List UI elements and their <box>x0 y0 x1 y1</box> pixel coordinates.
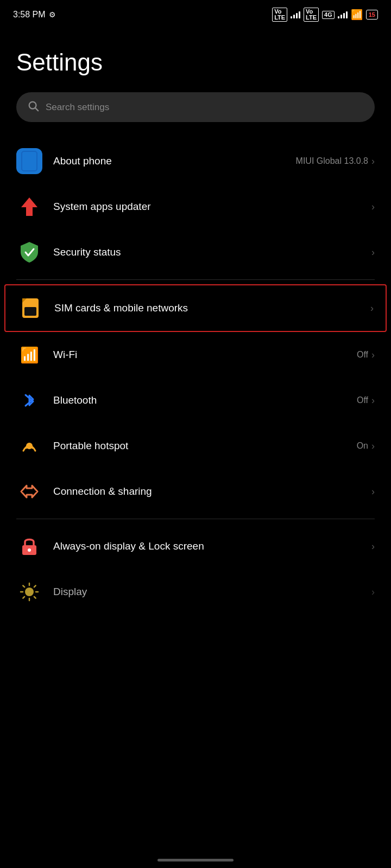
page-title: Settings <box>16 49 375 76</box>
wifi-status-icon: 📶 <box>351 9 363 21</box>
security-status-icon <box>16 239 42 265</box>
security-status-chevron: › <box>371 247 375 258</box>
time-display: 3:58 PM <box>13 10 46 20</box>
status-time: 3:58 PM ⚙ <box>13 10 56 20</box>
svg-line-16 <box>34 597 36 598</box>
lock-icon <box>16 533 42 559</box>
divider-1 <box>16 279 375 280</box>
settings-item-wifi[interactable]: 📶 Wi-Fi Off › <box>0 332 391 378</box>
settings-item-security-status[interactable]: Security status › <box>0 229 391 275</box>
system-apps-label: System apps updater <box>53 201 371 213</box>
sim-cards-chevron: › <box>370 303 374 314</box>
sim-cards-icon <box>17 295 43 321</box>
hotspot-label: Portable hotspot <box>53 440 357 452</box>
settings-list: About phone MIUI Global 13.0.8 › System … <box>0 138 391 615</box>
signal2-bars <box>338 11 348 18</box>
svg-point-9 <box>28 548 31 552</box>
settings-item-bluetooth[interactable]: Bluetooth Off › <box>0 378 391 423</box>
search-bar[interactable]: Search settings <box>16 92 375 122</box>
svg-line-17 <box>34 585 36 587</box>
shield-check-icon <box>19 241 40 264</box>
svg-marker-2 <box>21 197 37 216</box>
connection-symbol-icon <box>19 481 40 502</box>
divider-2 <box>16 519 375 519</box>
hotspot-symbol-icon <box>19 436 40 456</box>
settings-item-connection-sharing[interactable]: Connection & sharing › <box>0 469 391 514</box>
hotspot-content: Portable hotspot <box>53 440 357 452</box>
about-phone-label: About phone <box>53 155 296 167</box>
bluetooth-chevron: › <box>371 395 375 406</box>
about-phone-content: About phone <box>53 155 296 167</box>
bluetooth-symbol-icon <box>21 391 37 410</box>
system-apps-content: System apps updater <box>53 201 371 213</box>
wifi-value: Off <box>357 350 368 360</box>
search-icon <box>27 100 39 114</box>
search-placeholder-text: Search settings <box>46 102 109 113</box>
always-on-display-chevron: › <box>371 541 375 552</box>
security-status-content: Security status <box>53 246 371 258</box>
lock-symbol-icon <box>20 536 39 557</box>
display-icon <box>16 579 42 605</box>
settings-item-hotspot[interactable]: Portable hotspot On › <box>0 423 391 469</box>
volte2-icon: VoLTE <box>304 8 319 22</box>
signal1-bars <box>291 11 300 18</box>
always-on-display-label: Always-on display & Lock screen <box>53 540 371 553</box>
wifi-symbol-icon: 📶 <box>20 346 39 364</box>
display-label: Display <box>53 586 371 598</box>
svg-line-1 <box>35 108 38 111</box>
4g-icon: 4G <box>322 11 335 19</box>
svg-line-18 <box>23 597 24 598</box>
page-header: Settings <box>0 27 391 87</box>
search-container[interactable]: Search settings <box>0 87 391 138</box>
sim-cards-label: SIM cards & mobile networks <box>54 302 370 314</box>
bottom-home-pill[interactable] <box>157 859 234 861</box>
battery-level-display: 15 <box>366 10 378 20</box>
battery-percent: 15 <box>369 11 375 18</box>
svg-marker-7 <box>21 486 37 497</box>
svg-point-10 <box>25 588 34 596</box>
about-phone-value: MIUI Global 13.0.8 <box>296 156 368 166</box>
wifi-content: Wi-Fi <box>53 349 357 361</box>
svg-rect-4 <box>24 307 36 316</box>
system-apps-chevron: › <box>371 201 375 213</box>
arrow-up-icon <box>20 196 39 217</box>
settings-gear-icon: ⚙ <box>49 10 56 19</box>
always-on-display-content: Always-on display & Lock screen <box>53 540 371 553</box>
connection-chevron: › <box>371 486 375 497</box>
hotspot-chevron: › <box>371 441 375 452</box>
connection-label: Connection & sharing <box>53 486 371 497</box>
security-status-label: Security status <box>53 246 371 258</box>
hotspot-value: On <box>357 441 368 451</box>
about-phone-chevron: › <box>371 156 375 167</box>
status-bar: 3:58 PM ⚙ VoLTE VoLTE 4G 📶 15 <box>0 0 391 27</box>
wifi-chevron: › <box>371 349 375 361</box>
status-icons-group: VoLTE VoLTE 4G 📶 15 <box>272 8 378 22</box>
about-phone-icon <box>16 148 42 174</box>
bluetooth-value: Off <box>357 395 368 405</box>
battery-indicator: 15 <box>366 10 378 20</box>
bottom-nav-bar <box>0 852 391 868</box>
settings-item-display[interactable]: Display › <box>0 569 391 615</box>
bluetooth-content: Bluetooth <box>53 394 357 406</box>
volte1-icon: VoLTE <box>272 8 287 22</box>
connection-content: Connection & sharing <box>53 486 371 497</box>
sim-icon <box>21 297 40 319</box>
connection-sharing-icon <box>16 478 42 505</box>
bluetooth-label: Bluetooth <box>53 394 357 406</box>
hotspot-icon <box>16 433 42 459</box>
svg-line-15 <box>23 585 24 587</box>
wifi-label: Wi-Fi <box>53 349 357 361</box>
settings-item-sim-cards[interactable]: SIM cards & mobile networks › <box>4 284 387 332</box>
system-apps-icon <box>16 194 42 220</box>
display-chevron: › <box>371 586 375 598</box>
sim-cards-content: SIM cards & mobile networks <box>54 302 370 314</box>
bluetooth-icon <box>16 387 42 413</box>
display-content: Display <box>53 586 371 598</box>
display-symbol-icon <box>20 582 39 602</box>
wifi-icon: 📶 <box>16 342 42 368</box>
settings-item-always-on-display[interactable]: Always-on display & Lock screen › <box>0 524 391 569</box>
settings-item-system-apps-updater[interactable]: System apps updater › <box>0 184 391 229</box>
settings-item-about-phone[interactable]: About phone MIUI Global 13.0.8 › <box>0 138 391 184</box>
